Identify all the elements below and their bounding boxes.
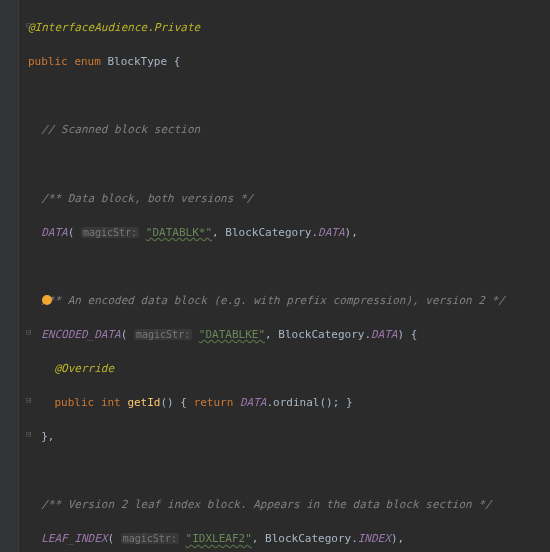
class-ref: BlockCategory: [225, 226, 311, 239]
field: DATA: [371, 328, 398, 341]
editor-gutter[interactable]: [0, 0, 19, 552]
comment: // Scanned block section: [41, 123, 200, 136]
string: "DATABLKE": [199, 328, 265, 341]
code-editor[interactable]: ⊟@InterfaceAudience.Private public enum …: [0, 0, 550, 552]
class-ref: BlockCategory: [278, 328, 364, 341]
method-getid: getId: [127, 396, 160, 409]
param-hint: magicStr:: [134, 329, 192, 340]
kw-enum: enum: [74, 55, 101, 68]
call: .ordinal();: [267, 396, 340, 409]
javadoc: /** Version 2 leaf index block. Appears …: [41, 498, 491, 511]
const-data: DATA: [41, 226, 68, 239]
class-ref: BlockCategory: [265, 532, 351, 545]
string: "IDXLEAF2": [186, 532, 252, 545]
close: },: [41, 430, 54, 443]
kw-int: int: [101, 396, 121, 409]
string: "DATABLK*": [146, 226, 212, 239]
fold-icon[interactable]: ⊟: [26, 428, 31, 442]
const-encoded: ENCODED_DATA: [41, 328, 120, 341]
javadoc: /** Data block, both versions */: [41, 192, 253, 205]
kw-public: public: [28, 55, 68, 68]
param-hint: magicStr:: [121, 533, 179, 544]
const-leaf: LEAF_INDEX: [41, 532, 107, 545]
kw-return: return: [194, 396, 234, 409]
annotation: @InterfaceAudience.Private: [28, 21, 200, 34]
ref: DATA: [240, 396, 267, 409]
type-name: BlockType: [108, 55, 168, 68]
fold-icon[interactable]: ⊟: [26, 394, 31, 408]
brace: {: [174, 55, 181, 68]
override: @Override: [55, 362, 115, 375]
javadoc: /** An encoded data block (e.g. with pre…: [41, 294, 505, 307]
param-hint: magicStr:: [81, 227, 139, 238]
field: INDEX: [358, 532, 391, 545]
field: DATA: [318, 226, 345, 239]
intention-bulb-icon[interactable]: [42, 295, 52, 305]
fold-icon[interactable]: ⊟: [26, 19, 31, 33]
brace: {: [411, 328, 418, 341]
kw-public: public: [55, 396, 95, 409]
fold-icon[interactable]: ⊟: [26, 326, 31, 340]
